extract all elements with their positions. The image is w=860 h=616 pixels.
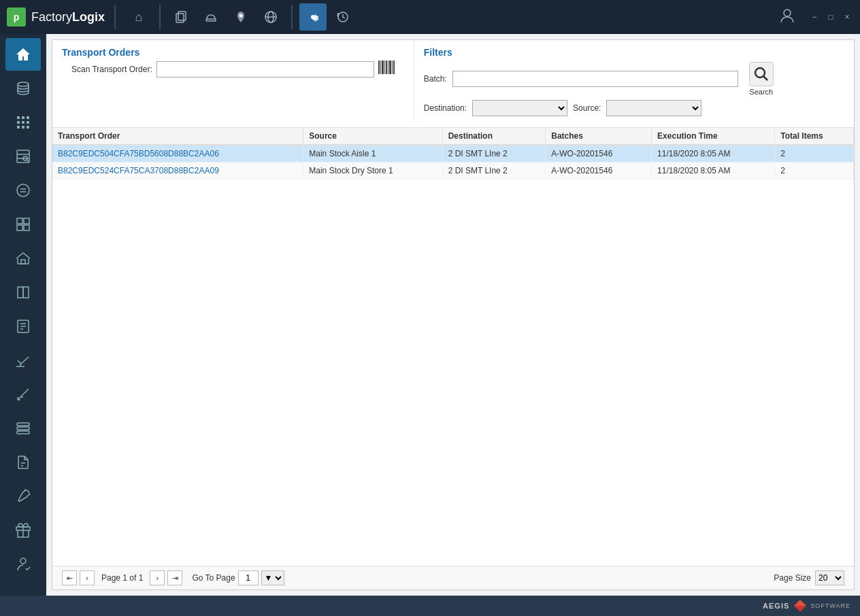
sidebar-item-user-help[interactable] (5, 548, 41, 581)
title-bar: p FactoryLogix ⌂ (0, 0, 860, 34)
sidebar-item-transfer[interactable] (5, 174, 41, 207)
svg-rect-18 (27, 126, 29, 129)
svg-rect-54 (388, 61, 388, 74)
svg-rect-26 (24, 218, 29, 224)
svg-rect-13 (27, 116, 29, 119)
minimize-button[interactable]: − (808, 11, 821, 23)
svg-point-24 (17, 184, 29, 196)
page-controls: ⇤ ‹ Page 1 of 1 › ⇥ Go To Page ▼ (62, 570, 284, 585)
svg-rect-57 (393, 61, 395, 74)
prev-page-button[interactable]: ‹ (80, 570, 95, 585)
svg-rect-55 (389, 61, 391, 74)
nav-divider-1 (114, 5, 116, 29)
source-cell: Main Stock Aisle 1 (303, 145, 442, 162)
svg-line-23 (27, 160, 29, 162)
globe-nav-btn[interactable] (257, 3, 284, 31)
total-items-cell: 2 (775, 162, 854, 179)
execution-time-cell: 11/18/2020 8:05 AM (652, 162, 775, 179)
svg-rect-29 (21, 260, 25, 264)
search-icon (749, 62, 774, 86)
aegis-logo: AEGIS SOFTWARE (763, 600, 850, 612)
sidebar-item-search-table[interactable] (5, 140, 41, 173)
destination-select[interactable] (472, 100, 567, 116)
sidebar-item-tools[interactable] (5, 480, 41, 513)
app-name: FactoryLogix (31, 10, 105, 24)
col-transport-order: Transport Order (52, 128, 303, 145)
table-row[interactable]: B82C9EDC524CFA75CA3708D88BC2AA09 Main St… (52, 162, 854, 179)
nav-divider-2 (159, 5, 161, 29)
user-icon[interactable] (778, 7, 796, 28)
page-size-section: Page Size 20 10 50 100 (774, 570, 844, 585)
transport-order-cell: B82C9EDC524CFA75CA3708D88BC2AA09 (52, 162, 303, 179)
goto-label: Go To Page (192, 573, 235, 583)
sidebar-item-measure[interactable] (5, 378, 41, 411)
sidebar-item-book[interactable] (5, 276, 41, 309)
sidebar-item-home[interactable] (5, 38, 41, 71)
svg-rect-0 (176, 14, 184, 22)
table-container: Transport Order Source Destination Batch… (52, 128, 854, 566)
svg-rect-11 (17, 121, 20, 124)
batches-cell: A-WO-20201546 (546, 145, 652, 162)
history-nav-btn[interactable] (329, 3, 357, 31)
main-layout: Transport Orders Scan Transport Order: (0, 34, 860, 596)
nav-divider-3 (291, 5, 293, 29)
svg-rect-16 (17, 126, 20, 129)
sidebar-item-warehouse[interactable] (5, 242, 41, 275)
panel-title: Transport Orders (62, 47, 404, 58)
svg-rect-15 (27, 121, 29, 124)
svg-rect-28 (24, 225, 29, 230)
home-nav-btn[interactable]: ⌂ (125, 3, 152, 31)
top-controls: Transport Orders Scan Transport Order: (52, 40, 854, 128)
title-bar-left: p FactoryLogix ⌂ (7, 3, 357, 31)
svg-point-9 (18, 82, 29, 86)
svg-rect-43 (17, 431, 29, 434)
settings-nav-btn[interactable] (299, 3, 327, 31)
last-page-button[interactable]: ⇥ (167, 570, 182, 585)
filters-section: Filters Batch: Search Destination: (414, 40, 854, 122)
batch-input[interactable] (452, 71, 738, 87)
sidebar-item-database[interactable] (5, 72, 41, 105)
scan-section: Transport Orders Scan Transport Order: (52, 40, 414, 122)
sidebar-item-list-detail[interactable] (5, 412, 41, 445)
sidebar-item-doc-edit[interactable] (5, 446, 41, 479)
scan-row: Scan Transport Order: (62, 58, 404, 83)
barcode-icon (378, 61, 395, 78)
table-row[interactable]: B82C9EDC504CFA75BD5608D88BC2AA06 Main St… (52, 145, 854, 162)
sidebar-item-package[interactable] (5, 514, 41, 547)
copy-nav-btn[interactable] (167, 3, 195, 31)
scan-input[interactable] (156, 61, 374, 78)
goto-input[interactable] (238, 570, 259, 585)
sidebar-item-grid[interactable] (5, 208, 41, 241)
location-nav-btn[interactable] (227, 3, 254, 31)
svg-line-59 (763, 77, 767, 81)
total-items-cell: 2 (775, 145, 854, 162)
first-page-button[interactable]: ⇤ (62, 570, 77, 585)
close-button[interactable]: × (841, 11, 853, 23)
svg-rect-27 (17, 225, 22, 230)
helmet-nav-btn[interactable] (197, 3, 225, 31)
col-total-items: Total Items (775, 128, 854, 145)
transport-order-cell: B82C9EDC504CFA75BD5608D88BC2AA06 (52, 145, 303, 162)
sidebar-item-report[interactable] (5, 310, 41, 343)
svg-point-3 (239, 14, 243, 18)
table-header: Transport Order Source Destination Batch… (52, 128, 854, 145)
batch-label: Batch: (424, 74, 447, 84)
sidebar-item-scan[interactable] (5, 106, 41, 139)
svg-rect-56 (392, 61, 393, 74)
source-select[interactable] (606, 100, 701, 116)
table-body: B82C9EDC504CFA75BD5608D88BC2AA06 Main St… (52, 145, 854, 179)
restore-button[interactable]: □ (825, 11, 837, 23)
destination-label: Destination: (424, 103, 467, 113)
svg-rect-51 (382, 61, 384, 74)
goto-select[interactable]: ▼ (261, 570, 284, 585)
window-controls: − □ × (808, 11, 853, 23)
svg-rect-50 (380, 61, 381, 74)
page-size-select[interactable]: 20 10 50 100 (815, 570, 844, 585)
search-button[interactable]: Search (749, 62, 774, 96)
destination-cell: 2 DI SMT LIne 2 (442, 145, 546, 162)
destination-cell: 2 DI SMT LIne 2 (442, 162, 546, 179)
execution-time-cell: 11/18/2020 8:05 AM (652, 145, 775, 162)
sidebar-item-check[interactable] (5, 344, 41, 377)
next-page-button[interactable]: › (150, 570, 165, 585)
scan-label: Scan Transport Order: (71, 65, 152, 74)
